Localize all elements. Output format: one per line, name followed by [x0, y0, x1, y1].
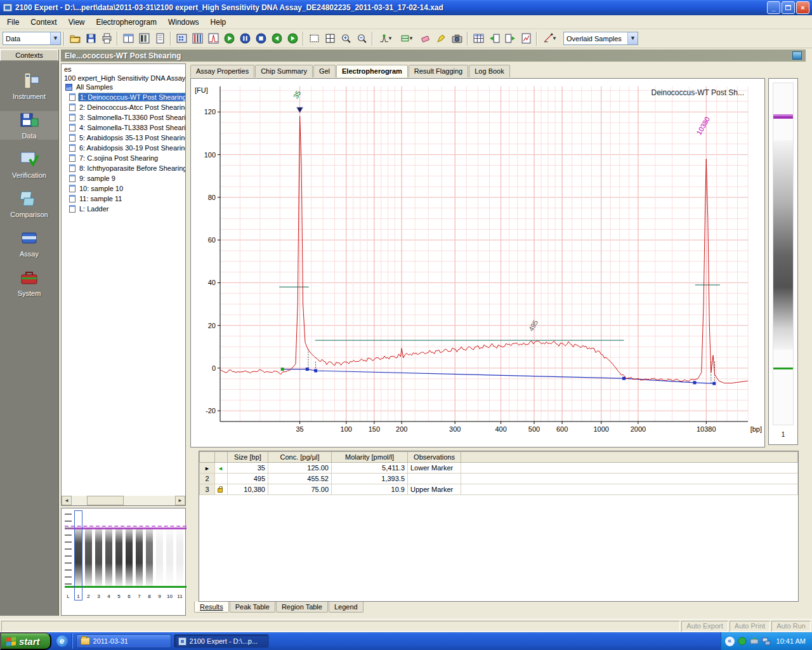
tree-item-11[interactable]: 11: sample 11 — [62, 194, 185, 204]
menu-item-context[interactable]: Context — [25, 16, 62, 29]
hide-icons-chevron[interactable]: « — [725, 637, 735, 646]
export-button[interactable] — [502, 31, 518, 46]
scaling-tool-button[interactable]: ▼ — [540, 31, 560, 46]
tree-item-5[interactable]: 5: Arabidopsis 35-13 Post Shearing — [62, 133, 185, 143]
electropherogram-chart[interactable]: 3549510380120100806040200-20351001502003… — [190, 78, 765, 448]
tab-chip-summary[interactable]: Chip Summary — [255, 65, 313, 77]
tab-result-flagging[interactable]: Result Flagging — [409, 65, 468, 77]
gel-thumb-lane-6[interactable]: 6 — [126, 511, 133, 600]
zoom-out-button[interactable] — [354, 31, 369, 46]
tab-gel[interactable]: Gel — [313, 65, 336, 77]
column-header[interactable]: Conc. [pg/µl] — [268, 452, 332, 463]
eraser-button[interactable] — [417, 31, 433, 46]
tab-electropherogram[interactable]: Electropherogram — [336, 65, 408, 77]
menu-item-electropherogram[interactable]: Electropherogram — [91, 16, 162, 29]
zoom-in-button[interactable] — [338, 31, 353, 46]
gel-lane-strip[interactable]: 1 — [768, 78, 798, 445]
result-row-3[interactable]: 310,38075.0010.9Upper Marker — [200, 484, 798, 495]
select-region-button[interactable] — [306, 31, 322, 46]
electropherogram-button[interactable] — [206, 31, 221, 46]
tree-horizontal-scrollbar[interactable]: ◄ ► — [62, 496, 185, 505]
import-button[interactable] — [487, 31, 502, 46]
gel-thumb-lane-9[interactable]: 9 — [156, 511, 163, 600]
well-plate-button[interactable] — [174, 31, 189, 46]
electropherogram-plot[interactable]: 3549510380120100806040200-20351001502003… — [191, 79, 764, 447]
scrollbar-thumb[interactable] — [87, 496, 124, 505]
chart-export-button[interactable] — [518, 31, 534, 46]
highlighter-button[interactable] — [433, 31, 449, 46]
panel-layout-button[interactable] — [792, 51, 802, 60]
start-button[interactable]: start — [0, 632, 51, 650]
bottom-tab-peak-table[interactable]: Peak Table — [230, 602, 275, 613]
task-button-2100-expert-d-p-[interactable]: 2100 Expert - D:\...p... — [174, 634, 269, 648]
column-header[interactable]: Molarity [pmol/l] — [332, 452, 408, 463]
column-header[interactable]: Observations — [408, 452, 461, 463]
tree-item-12[interactable]: L: Ladder — [62, 204, 185, 214]
bottom-tab-results[interactable]: Results — [194, 602, 229, 613]
gel-thumb-lane-L[interactable]: L — [65, 511, 72, 600]
select-all-button[interactable] — [322, 31, 337, 46]
context-instrument[interactable]: Instrument — [0, 72, 58, 100]
tab-log-book[interactable]: Log Book — [469, 65, 509, 77]
gel-lane[interactable]: 1 — [773, 83, 794, 425]
region-marker-tool-button[interactable]: ▼ — [396, 31, 417, 46]
samples-display-selector[interactable]: Overlaid Samples ▼ — [563, 32, 638, 45]
internet-explorer-icon[interactable]: e — [56, 635, 68, 647]
menu-item-view[interactable]: View — [63, 16, 91, 29]
tree-item-7[interactable]: 7: C.sojina Post Shearing — [62, 153, 185, 163]
tile-view-button[interactable] — [121, 31, 136, 46]
tree-item-2[interactable]: 2: Deinococcus-Atcc Post Shearing — [62, 102, 185, 112]
gel-view-button[interactable] — [136, 31, 152, 46]
context-selector[interactable]: Data ▼ — [3, 32, 61, 45]
tree-item-8[interactable]: 8: Ichthyoparasite Before Shearing — [62, 163, 185, 173]
start-run-button[interactable] — [221, 31, 237, 46]
gel-thumb-lane-1[interactable]: 1 — [75, 511, 82, 600]
network-icon[interactable] — [762, 637, 771, 646]
context-data[interactable]: Data — [0, 111, 58, 140]
gel-thumb-lane-8[interactable]: 8 — [146, 511, 153, 600]
gel-thumb-lane-11[interactable]: 11 — [176, 511, 183, 600]
tree-item-10[interactable]: 10: sample 10 — [62, 183, 185, 194]
bottom-tab-region-table[interactable]: Region Table — [276, 602, 328, 613]
maximize-button[interactable] — [782, 1, 795, 14]
tree-item-6[interactable]: 6: Arabidopsis 30-19 Post Shearing — [62, 143, 185, 153]
menu-item-help[interactable]: Help — [205, 16, 232, 29]
data-table-button[interactable] — [471, 31, 486, 46]
task-button-2011-03-31[interactable]: 2011-03-31 — [76, 634, 171, 648]
result-row-1[interactable]: ►◄35125.005,411.3Lower Marker — [200, 463, 798, 474]
row-header[interactable]: 3 — [200, 484, 215, 495]
open-file-button[interactable] — [67, 31, 82, 46]
tree-item-all-samples[interactable]: All Samples — [62, 82, 185, 92]
row-header[interactable]: 2 — [200, 474, 215, 484]
stop-run-button[interactable] — [253, 31, 268, 46]
report-view-button[interactable] — [152, 31, 167, 46]
save-button[interactable] — [83, 31, 98, 46]
minimize-button[interactable]: _ — [767, 1, 780, 14]
pause-run-button[interactable] — [237, 31, 252, 46]
gel-thumb-lane-5[interactable]: 5 — [115, 511, 122, 600]
scroll-left-button[interactable]: ◄ — [62, 496, 72, 505]
context-verification[interactable]: Verification — [0, 150, 58, 179]
column-header[interactable]: Size [bp] — [228, 452, 268, 463]
gel-thumb-lane-2[interactable]: 2 — [85, 511, 92, 600]
gel-thumb-lane-4[interactable]: 4 — [105, 511, 112, 600]
nav-forward-button[interactable] — [285, 31, 300, 46]
result-row-2[interactable]: 2495455.521,393.5 — [200, 474, 798, 484]
context-comparison[interactable]: Comparison — [0, 190, 58, 218]
print-button[interactable] — [99, 31, 114, 46]
peak-marker-tool-button[interactable]: ▼ — [376, 31, 396, 46]
bottom-tab-legend[interactable]: Legend — [329, 602, 363, 613]
tree-item-3[interactable]: 3: Salmonella-TL3360 Post Shearing — [62, 112, 185, 123]
row-header[interactable]: ► — [200, 463, 215, 474]
tree-item-9[interactable]: 9: sample 9 — [62, 173, 185, 183]
gel-thumb-lane-10[interactable]: 10 — [166, 511, 173, 600]
tree-item-4[interactable]: 4: Salmonella-TL3383 Post Shearing — [62, 123, 185, 133]
close-button[interactable]: × — [796, 1, 809, 14]
nav-back-button[interactable] — [269, 31, 284, 46]
tab-assay-properties[interactable]: Assay Properties — [190, 65, 254, 77]
context-assay[interactable]: Assay — [0, 229, 58, 258]
safely-remove-icon[interactable] — [750, 637, 759, 646]
agilent-status-icon[interactable] — [738, 637, 747, 646]
column-header[interactable] — [215, 452, 228, 463]
context-system[interactable]: System — [0, 269, 58, 297]
